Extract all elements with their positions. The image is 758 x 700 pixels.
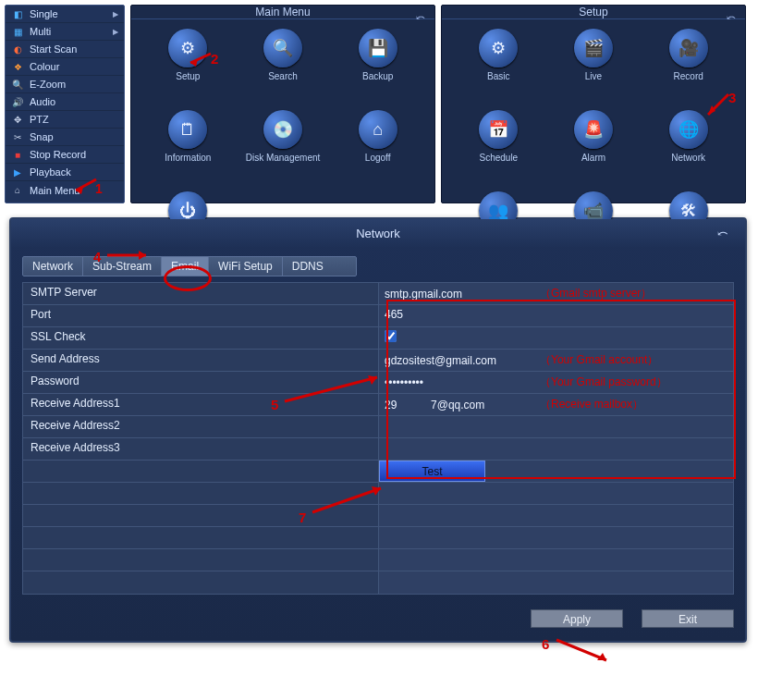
menu-item-multi[interactable]: ▦Multi▶	[6, 23, 124, 41]
tab-sub-stream[interactable]: Sub-Stream	[83, 257, 162, 276]
menu-item-label: E-Zoom	[30, 79, 66, 90]
back-icon[interactable]: ⤺	[717, 226, 728, 240]
setup-panel: Setup ⤺ ⚙Basic🎬Live🎥Record📅Schedule🚨Alar…	[441, 5, 746, 203]
field-value-cell	[379, 327, 733, 349]
mainmenu-tile-disk-management[interactable]: 💿Disk Management	[236, 110, 331, 184]
network-tabs: NetworkSub-StreamEmailWiFi SetupDDNS	[22, 256, 357, 276]
empty-label	[23, 527, 379, 548]
empty-value	[379, 505, 733, 526]
empty-row	[23, 527, 733, 549]
field-note: （Receive mailbox）	[540, 397, 643, 412]
menu-item-playback[interactable]: ▶Playback	[6, 164, 124, 181]
tile-label: Alarm	[581, 153, 605, 163]
menu-item-start-scan[interactable]: ◐Start Scan	[6, 41, 124, 58]
tab-network[interactable]: Network	[23, 257, 83, 276]
setup-tile-alarm[interactable]: 🚨Alarm	[546, 110, 642, 184]
receive-address3-input[interactable]	[385, 441, 532, 454]
form-row-receive-address1: Receive Address1（Receive mailbox）	[23, 394, 733, 416]
tile-label: Setup	[176, 71, 200, 81]
submenu-arrow-icon: ▶	[113, 28, 118, 36]
empty-label	[23, 571, 379, 594]
setup-tile-schedule[interactable]: 📅Schedule	[451, 110, 546, 184]
empty-label	[23, 483, 379, 504]
back-icon[interactable]: ⤺	[416, 11, 425, 24]
field-label: Password	[23, 372, 379, 393]
network-icon: 🌐	[669, 110, 708, 149]
empty-row	[23, 549, 733, 571]
tab-wifi-setup[interactable]: WiFi Setup	[209, 257, 283, 276]
setup-tile-record[interactable]: 🎥Record	[641, 29, 736, 103]
empty-label	[23, 461, 379, 482]
empty-row	[23, 483, 733, 505]
main-menu-title: Main Menu	[255, 6, 310, 18]
field-label: SMTP Server	[23, 283, 379, 304]
menu-item-stop-record[interactable]: ■Stop Record	[6, 146, 124, 164]
e-zoom-icon: 🔍	[11, 78, 24, 91]
empty-label	[23, 505, 379, 526]
smtp-server-input[interactable]	[385, 288, 532, 301]
tab-ddns[interactable]: DDNS	[283, 257, 333, 276]
search-icon: 🔍	[263, 29, 302, 68]
form-row-send-address: Send Address（Your Gmail account）	[23, 350, 733, 372]
backup-icon: 💾	[359, 29, 397, 68]
menu-item-e-zoom[interactable]: 🔍E-Zoom	[6, 76, 124, 93]
basic-icon: ⚙	[479, 29, 518, 68]
menu-item-main-menu[interactable]: ⌂Main Menu	[6, 181, 124, 199]
mainmenu-tile-backup[interactable]: 💾Backup	[330, 29, 425, 103]
menu-item-audio[interactable]: 🔊Audio	[6, 93, 124, 111]
menu-item-label: Single	[30, 8, 58, 19]
menu-item-label: Playback	[30, 166, 71, 178]
main-menu-icon: ⌂	[11, 184, 24, 197]
menu-item-snap[interactable]: ✂Snap	[6, 129, 124, 146]
receive-address1-input[interactable]	[385, 399, 532, 411]
field-label: Port	[23, 305, 379, 326]
tile-label: Disk Management	[246, 153, 321, 163]
mainmenu-tile-information[interactable]: 🗒Information	[141, 110, 236, 184]
port-input[interactable]	[385, 308, 532, 321]
ptz-icon: ✥	[11, 113, 24, 126]
mainmenu-tile-logoff[interactable]: ⌂Logoff	[330, 110, 425, 184]
field-label: SSL Check	[23, 327, 379, 349]
stop-record-icon: ■	[11, 148, 24, 161]
form-row-receive-address3: Receive Address3	[23, 438, 733, 461]
mainmenu-tile-search[interactable]: 🔍Search	[236, 29, 331, 103]
tile-label: Logoff	[365, 153, 391, 163]
field-value-cell	[379, 416, 733, 437]
menu-item-single[interactable]: ◧Single▶	[6, 6, 124, 23]
tile-label: Record	[674, 71, 703, 81]
field-value-cell: （Receive mailbox）	[379, 394, 733, 415]
tile-label: Basic	[487, 71, 509, 81]
menu-item-label: Audio	[30, 96, 55, 107]
apply-button[interactable]: Apply	[531, 609, 623, 628]
empty-value	[379, 571, 733, 594]
ssl-check-checkbox[interactable]	[385, 330, 397, 342]
test-button[interactable]: Test	[379, 461, 485, 482]
network-header: Network ⤺	[11, 219, 745, 247]
password-input[interactable]	[385, 376, 532, 389]
tile-label: Schedule	[479, 153, 518, 163]
record-icon: 🎥	[669, 29, 708, 68]
field-note: （Your Gmail password）	[540, 375, 667, 390]
playback-icon: ▶	[11, 166, 24, 178]
main-menu-panel: Main Menu ⤺ ⚙Setup🔍Search💾Backup🗒Informa…	[130, 5, 435, 203]
field-value-cell: （Your Gmail password）	[379, 372, 733, 393]
setup-tile-network[interactable]: 🌐Network	[641, 110, 736, 184]
exit-button[interactable]: Exit	[642, 609, 734, 628]
receive-address2-input[interactable]	[385, 419, 532, 432]
empty-value	[379, 549, 733, 571]
panel-title: Main Menu ⤺	[131, 6, 434, 19]
field-value-cell	[379, 438, 733, 460]
field-label: Receive Address1	[23, 394, 379, 415]
menu-item-ptz[interactable]: ✥PTZ	[6, 111, 124, 129]
setup-tile-basic[interactable]: ⚙Basic	[451, 29, 546, 103]
test-cell: Test	[379, 461, 733, 482]
tile-label: Live	[585, 71, 602, 81]
send-address-input[interactable]	[385, 354, 532, 367]
setup-tile-live[interactable]: 🎬Live	[546, 29, 642, 103]
context-menu: ◧Single▶▦Multi▶◐Start Scan❖Colour🔍E-Zoom…	[5, 5, 125, 203]
menu-item-colour[interactable]: ❖Colour	[6, 58, 124, 76]
tab-email[interactable]: Email	[162, 257, 209, 276]
information-icon: 🗒	[168, 110, 207, 149]
back-icon[interactable]: ⤺	[727, 11, 736, 24]
mainmenu-tile-setup[interactable]: ⚙Setup	[141, 29, 236, 103]
